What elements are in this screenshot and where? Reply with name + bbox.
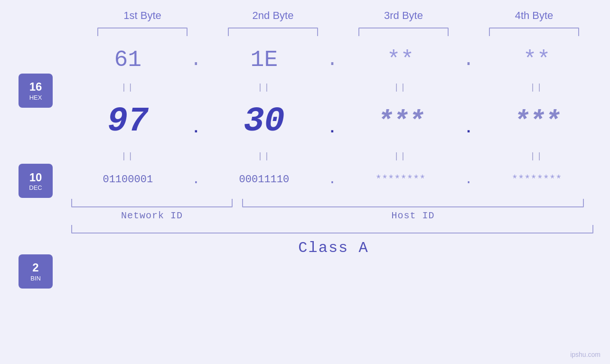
bin-dot3: . <box>461 172 476 187</box>
dec-b4: *** <box>485 106 589 137</box>
hex-dot1: . <box>189 49 203 71</box>
hex-dot3: . <box>461 49 476 71</box>
top-brackets <box>77 22 600 36</box>
bin-row: 01100001 . 00011110 . ******** . *******… <box>71 164 593 195</box>
badge-hex: 16 HEX <box>19 74 53 108</box>
class-label: Class A <box>71 239 596 257</box>
network-id-label: Network ID <box>71 210 233 221</box>
hex-b3: ** <box>348 47 453 73</box>
badge-hex-label: HEX <box>29 94 42 101</box>
byte2-label: 2nd Byte <box>221 9 325 22</box>
host-id-label: Host ID <box>242 210 584 221</box>
dec-row: 97 . 30 . *** . *** <box>71 95 593 148</box>
dec-dot2: . <box>325 121 339 136</box>
sep2-b2: || <box>212 151 316 161</box>
bracket-byte2 <box>228 28 318 36</box>
sep2-b1: || <box>75 151 180 161</box>
sub-brackets <box>71 199 593 208</box>
badge-dec: 10 DEC <box>19 164 53 198</box>
dec-b1: 97 <box>75 102 180 141</box>
sep1-b3: || <box>348 83 453 92</box>
hex-b4: ** <box>485 47 589 73</box>
badge-hex-num: 16 <box>29 80 42 94</box>
byte-headers: 1st Byte 2nd Byte 3rd Byte 4th Byte <box>77 9 600 22</box>
sep-row-1: || || || || <box>71 79 593 95</box>
bracket-host <box>242 199 584 207</box>
bracket-byte1 <box>97 28 188 36</box>
hex-dot2: . <box>325 49 339 71</box>
badge-bin-num: 2 <box>32 261 38 275</box>
sep1-b4: || <box>485 83 589 92</box>
bin-b1: 01100001 <box>75 174 180 186</box>
hex-b1: 61 <box>75 47 180 73</box>
badge-dec-num: 10 <box>29 171 42 185</box>
bin-dot2: . <box>325 172 339 187</box>
bin-b2: 00011110 <box>212 174 316 186</box>
sep1-b2: || <box>212 83 316 92</box>
main-container: 1st Byte 2nd Byte 3rd Byte 4th Byte 16 H… <box>0 0 610 364</box>
id-labels: Network ID Host ID <box>71 210 593 221</box>
byte1-label: 1st Byte <box>90 9 195 22</box>
bracket-network <box>71 199 233 207</box>
sep1-b1: || <box>75 83 180 92</box>
badge-dec-label: DEC <box>29 184 42 191</box>
bin-b3: ******** <box>348 174 453 186</box>
dec-dot3: . <box>461 121 476 136</box>
badge-bin-label: BIN <box>30 275 41 282</box>
bottom-bracket-section: Network ID Host ID Class A <box>71 199 596 257</box>
sep-row-2: || || || || <box>71 148 593 164</box>
bracket-byte4 <box>489 28 579 36</box>
bin-dot1: . <box>189 172 203 187</box>
values-grid: 61 . 1E . ** . ** || || || || 97 <box>71 36 610 364</box>
watermark: ipshu.com <box>570 351 601 358</box>
hex-b2: 1E <box>212 47 316 73</box>
dec-b3: *** <box>348 106 453 137</box>
sep2-b3: || <box>348 151 453 161</box>
dec-dot1: . <box>189 121 203 136</box>
hex-row: 61 . 1E . ** . ** <box>71 41 593 79</box>
bracket-byte3 <box>358 28 449 36</box>
dec-b2: 30 <box>212 102 316 141</box>
bin-b4: ******** <box>485 174 589 186</box>
sep2-b4: || <box>485 151 589 161</box>
byte4-label: 4th Byte <box>482 9 586 22</box>
byte3-label: 3rd Byte <box>351 9 456 22</box>
badges-column: 16 HEX 10 DEC 2 BIN <box>0 36 71 364</box>
badge-bin: 2 BIN <box>19 254 53 289</box>
bracket-full <box>71 225 593 233</box>
